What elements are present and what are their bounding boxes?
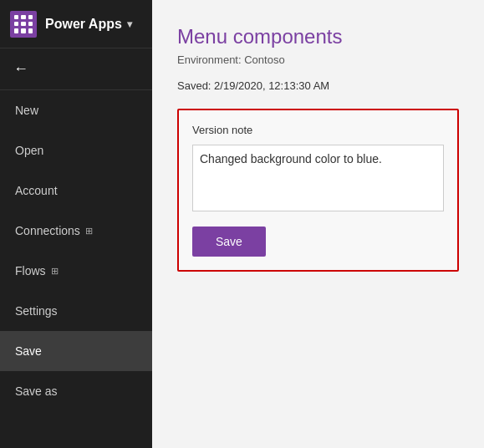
sidebar-item-save-as[interactable]: Save as — [0, 371, 152, 411]
waffle-icon[interactable] — [10, 11, 37, 38]
back-arrow-icon: ← — [13, 60, 28, 77]
sidebar-item-settings[interactable]: Settings — [0, 291, 152, 331]
chevron-down-icon: ▾ — [127, 18, 132, 30]
version-panel: Version note Changed background color to… — [177, 109, 459, 272]
sidebar-item-open-label: Open — [15, 144, 43, 157]
sidebar-item-new-label: New — [15, 104, 38, 117]
sidebar-item-new[interactable]: New — [0, 90, 152, 130]
back-button[interactable]: ← — [0, 48, 152, 90]
sidebar-item-connections[interactable]: Connections ⊞ — [0, 211, 152, 251]
version-note-label: Version note — [192, 124, 444, 136]
sidebar-item-flows[interactable]: Flows ⊞ — [0, 251, 152, 291]
sidebar-item-connections-label: Connections — [15, 224, 80, 237]
main-content: Menu components Environment: Contoso Sav… — [152, 0, 484, 448]
sidebar-item-open[interactable]: Open — [0, 130, 152, 171]
app-title-text: Power Apps — [45, 17, 122, 32]
sidebar: Power Apps ▾ ← New Open Account Connecti… — [0, 0, 152, 448]
saved-text: Saved: 2/19/2020, 12:13:30 AM — [177, 79, 459, 92]
sidebar-header: Power Apps ▾ — [0, 0, 152, 48]
app-title: Power Apps ▾ — [45, 17, 132, 32]
environment-text: Environment: Contoso — [177, 53, 459, 66]
save-button[interactable]: Save — [192, 227, 266, 257]
sidebar-item-save-as-label: Save as — [15, 384, 58, 398]
sidebar-item-flows-label: Flows — [15, 264, 46, 277]
sidebar-item-save[interactable]: Save — [0, 331, 152, 371]
sidebar-nav: New Open Account Connections ⊞ Flows ⊞ S… — [0, 90, 152, 448]
sidebar-item-account[interactable]: Account — [0, 171, 152, 211]
page-title: Menu components — [177, 25, 459, 48]
version-note-input[interactable]: Changed background color to blue. — [192, 145, 444, 211]
external-link-icon: ⊞ — [85, 226, 93, 237]
sidebar-item-save-label: Save — [15, 344, 42, 358]
sidebar-item-settings-label: Settings — [15, 304, 58, 318]
sidebar-item-account-label: Account — [15, 184, 58, 197]
external-link-icon-flows: ⊞ — [51, 266, 59, 277]
